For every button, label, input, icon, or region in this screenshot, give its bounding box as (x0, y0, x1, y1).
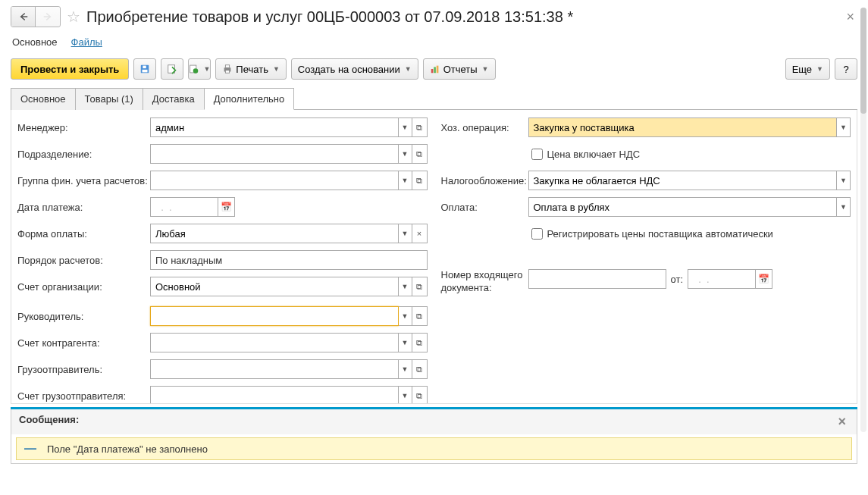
payment-label: Оплата: (441, 202, 528, 213)
shipper-input[interactable] (150, 359, 399, 379)
tab-delivery[interactable]: Доставка (143, 88, 205, 110)
tab-additional[interactable]: Дополнительно (204, 88, 295, 110)
print-label: Печать (236, 64, 268, 75)
messages-header: Сообщения: (19, 414, 79, 430)
incoming-doc-date-calendar[interactable]: 📅 (756, 269, 772, 289)
org-account-label: Счет организации: (17, 281, 150, 293)
more-button[interactable]: Еще▼ (785, 58, 830, 80)
business-op-dropdown[interactable]: ▼ (837, 117, 851, 137)
shipper-label: Грузоотправитель: (17, 364, 150, 375)
manager-dropdown[interactable]: ▼ (399, 117, 412, 137)
vat-included-label: Цена включает НДС (547, 149, 641, 160)
department-input[interactable] (150, 144, 399, 164)
register-prices-label: Регистрировать цены поставщика автоматич… (547, 228, 773, 240)
message-dash-icon: — (24, 442, 36, 456)
org-account-input[interactable] (150, 277, 399, 296)
payment-form-clear[interactable]: × (412, 224, 428, 243)
svg-rect-2 (143, 66, 146, 69)
tab-main[interactable]: Основное (11, 88, 76, 110)
create-based-on-label: Создать на основании (298, 64, 400, 75)
payment-input[interactable] (528, 197, 838, 217)
topnav-main[interactable]: Основное (12, 36, 58, 48)
message-text: Поле "Дата платежа" не заполнено (47, 443, 208, 455)
payment-form-label: Форма оплаты: (17, 228, 150, 240)
org-account-dropdown[interactable]: ▼ (399, 277, 412, 296)
svg-rect-1 (143, 70, 148, 73)
post-and-close-button[interactable]: Провести и закрыть (11, 58, 129, 80)
svg-rect-11 (436, 66, 438, 74)
fin-group-input[interactable] (150, 171, 399, 190)
scrollbar[interactable] (860, 8, 866, 432)
head-label: Руководитель: (17, 311, 150, 322)
svg-rect-7 (226, 65, 230, 68)
close-icon[interactable]: × (843, 9, 857, 25)
shipper-account-dropdown[interactable]: ▼ (399, 386, 412, 404)
from-label: от: (671, 274, 684, 285)
fin-group-label: Группа фин. учета расчетов: (17, 175, 150, 186)
messages-close-icon[interactable]: × (835, 414, 849, 430)
manager-label: Менеджер: (17, 122, 150, 133)
business-op-input[interactable] (528, 117, 838, 137)
reports-label: Отчеты (443, 64, 478, 75)
create-based-on-button[interactable]: Создать на основании▼ (291, 58, 418, 80)
head-dropdown[interactable]: ▼ (399, 306, 412, 326)
svg-rect-9 (431, 69, 433, 73)
vat-included-checkbox[interactable] (531, 149, 543, 160)
nav-forward-button (36, 7, 60, 27)
incoming-doc-no-input[interactable] (528, 269, 666, 289)
head-input[interactable] (150, 306, 399, 326)
svg-rect-8 (226, 70, 230, 74)
counterparty-account-open[interactable]: ⧉ (412, 333, 428, 352)
fin-group-open[interactable]: ⧉ (412, 171, 428, 190)
svg-rect-10 (434, 67, 436, 73)
scroll-thumb[interactable] (860, 8, 866, 114)
department-open[interactable]: ⧉ (412, 144, 428, 164)
taxation-input[interactable] (528, 171, 838, 190)
incoming-doc-label: Номер входящего документа: (441, 269, 528, 295)
message-item[interactable]: — Поле "Дата платежа" не заполнено (16, 437, 852, 460)
favorite-star-icon[interactable]: ☆ (67, 8, 80, 26)
shipper-account-open[interactable]: ⧉ (412, 386, 428, 404)
tab-goods[interactable]: Товары (1) (75, 88, 143, 110)
topnav-files[interactable]: Файлы (71, 36, 102, 48)
payment-date-label: Дата платежа: (17, 202, 150, 213)
shipper-dropdown[interactable]: ▼ (399, 359, 412, 379)
payment-form-input[interactable] (150, 224, 399, 243)
fin-group-dropdown[interactable]: ▼ (399, 171, 412, 190)
settlement-order-label: Порядок расчетов: (17, 255, 150, 266)
manager-input[interactable] (150, 117, 399, 137)
register-prices-checkbox[interactable] (531, 228, 543, 240)
save-button[interactable] (133, 58, 156, 80)
counterparty-account-label: Счет контрагента: (17, 337, 150, 349)
payment-date-input[interactable] (150, 197, 218, 217)
department-dropdown[interactable]: ▼ (399, 144, 412, 164)
page-title: Приобретение товаров и услуг 00ЦБ-000003… (86, 8, 837, 26)
business-op-label: Хоз. операция: (441, 122, 528, 133)
shipper-account-input[interactable] (150, 386, 399, 404)
taxation-dropdown[interactable]: ▼ (837, 171, 851, 190)
org-account-open[interactable]: ⧉ (412, 277, 428, 296)
department-label: Подразделение: (17, 149, 150, 160)
counterparty-account-dropdown[interactable]: ▼ (399, 333, 412, 352)
document-status-button[interactable]: ▼ (188, 58, 211, 80)
payment-date-calendar[interactable]: 📅 (218, 197, 235, 217)
shipper-open[interactable]: ⧉ (412, 359, 428, 379)
post-button[interactable] (161, 58, 183, 80)
taxation-label: Налогообложение: (441, 175, 528, 186)
more-label: Еще (792, 64, 812, 75)
settlement-order-value: По накладным (150, 250, 428, 270)
shipper-account-label: Счет грузоотправителя: (17, 390, 150, 402)
payment-dropdown[interactable]: ▼ (837, 197, 851, 217)
payment-form-dropdown[interactable]: ▼ (399, 224, 412, 243)
nav-back-button[interactable] (11, 7, 36, 27)
head-open[interactable]: ⧉ (412, 306, 428, 326)
svg-point-5 (193, 68, 199, 74)
reports-button[interactable]: Отчеты▼ (423, 58, 496, 80)
manager-open[interactable]: ⧉ (412, 117, 428, 137)
print-button[interactable]: Печать▼ (215, 58, 287, 80)
help-button[interactable]: ? (835, 58, 857, 80)
incoming-doc-date-input[interactable] (688, 269, 756, 289)
counterparty-account-input[interactable] (150, 333, 399, 352)
